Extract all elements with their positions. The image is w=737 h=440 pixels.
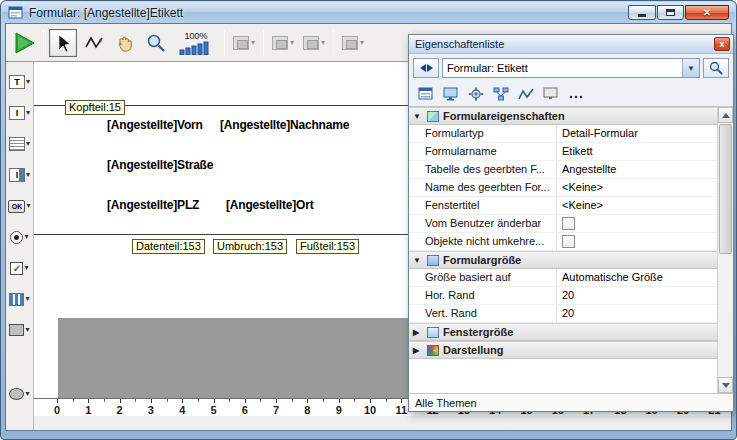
app-window: Formular: [Angestellte]Etikett ✕: [0, 0, 737, 440]
property-section-row[interactable]: ▼Formulargröße: [409, 251, 717, 269]
window-controls: ✕: [628, 5, 729, 20]
property-value[interactable]: Detail-Formular: [557, 125, 717, 142]
ruler-number: 2: [117, 404, 123, 416]
section-tag-header[interactable]: Kopfteil:15: [65, 100, 125, 115]
chevron-down-icon: ▾: [26, 140, 30, 148]
display-view-button[interactable]: [440, 84, 462, 104]
property-value[interactable]: 20: [557, 305, 717, 322]
property-row[interactable]: Fenstertitel<Keine>: [409, 197, 717, 215]
listbox-tool-button[interactable]: ▾: [6, 132, 33, 156]
field-vorname[interactable]: [Angestellte]Vorn: [107, 118, 203, 132]
scrollbar-thumb[interactable]: [719, 124, 732, 254]
property-section-row[interactable]: ▼Formulareigenschaften: [409, 107, 717, 125]
scroll-down-button[interactable]: [718, 377, 733, 393]
property-section-row[interactable]: ▶Darstellung: [409, 341, 717, 359]
zoom-level-control[interactable]: 100%: [173, 28, 219, 58]
search-icon: [708, 60, 724, 76]
ellipsis-icon: [568, 87, 584, 101]
toolbar-separator: [43, 30, 44, 56]
ruler-minor-tick: [104, 399, 105, 402]
property-row[interactable]: Tabelle des geerbten F...Angestellte: [409, 161, 717, 179]
ruler-minor-tick: [260, 399, 261, 402]
property-value[interactable]: [557, 233, 717, 250]
properties-panel-close-button[interactable]: x: [714, 37, 730, 51]
property-value[interactable]: Etikett: [557, 143, 717, 160]
property-name: Größe basiert auf: [409, 269, 557, 286]
columns-tool-button[interactable]: ▾: [6, 287, 33, 311]
field-nachname[interactable]: [Angestellte]Nachname: [220, 118, 349, 132]
chevron-down-icon: ▾: [24, 233, 28, 241]
curve-view-button[interactable]: [515, 84, 537, 104]
chevron-down-icon: ▼: [682, 59, 699, 77]
maximize-button[interactable]: [657, 5, 684, 20]
canvas-left-margin: [34, 62, 58, 398]
screen-view-button[interactable]: [540, 84, 562, 104]
property-value[interactable]: [557, 215, 717, 232]
section-tag-detail[interactable]: Datenteil:153: [132, 239, 205, 254]
arrange-order-dropdown[interactable]: ▾: [269, 34, 297, 52]
prev-next-object-button[interactable]: [413, 58, 439, 78]
property-row[interactable]: Name des geerbten For...<Keine>: [409, 179, 717, 197]
property-value[interactable]: Automatische Größe: [557, 269, 717, 286]
theme-filter-label: Alle Themen: [415, 397, 477, 409]
label-tool-icon: T: [9, 75, 25, 89]
titlebar[interactable]: Formular: [Angestellte]Etikett ✕: [2, 2, 735, 23]
edit-field-tool-button[interactable]: I ▾: [6, 101, 33, 125]
settings-button[interactable]: [465, 84, 487, 104]
minimize-button[interactable]: [628, 5, 656, 20]
form-view-button[interactable]: [415, 84, 437, 104]
expand-triangle-icon[interactable]: ▶: [413, 346, 423, 355]
property-checkbox[interactable]: [562, 217, 575, 230]
zoom-button[interactable]: [142, 29, 170, 57]
align-objects-dropdown[interactable]: ▾: [230, 34, 258, 52]
theme-filter-bar[interactable]: Alle Themen: [409, 393, 733, 411]
scroll-up-button[interactable]: [718, 107, 733, 123]
property-section-row[interactable]: ▶Fenstergröße: [409, 323, 717, 341]
group-objects-dropdown[interactable]: ▾: [300, 34, 328, 52]
field-strasse[interactable]: [Angestellte]Straße: [107, 158, 213, 172]
connections-button[interactable]: [490, 84, 512, 104]
search-properties-button[interactable]: [703, 58, 729, 78]
property-value[interactable]: <Keine>: [557, 197, 717, 214]
pan-button[interactable]: [111, 29, 139, 57]
property-checkbox[interactable]: [562, 235, 575, 248]
property-row[interactable]: Vert. Rand20: [409, 305, 717, 323]
section-tag-break[interactable]: Umbruch:153: [213, 239, 287, 254]
draw-polyline-button[interactable]: [80, 29, 108, 57]
field-ort[interactable]: [Angestellte]Ort: [226, 198, 313, 212]
field-plz[interactable]: [Angestellte]PLZ: [107, 198, 199, 212]
client-area: 100% ▾ ▾ ▾: [5, 23, 732, 431]
checkbox-tool-icon: ✓: [10, 262, 23, 275]
property-value[interactable]: 20: [557, 287, 717, 304]
property-value[interactable]: Angestellte: [557, 161, 717, 178]
radio-button-tool-button[interactable]: ▾: [6, 225, 33, 249]
layout-dropdown[interactable]: ▾: [339, 34, 367, 52]
section-tag-footer[interactable]: Fußteil:153: [296, 239, 359, 254]
collapse-triangle-icon[interactable]: ▼: [413, 256, 423, 265]
property-name: Vom Benutzer änderbar: [409, 215, 557, 232]
property-row[interactable]: Hor. Rand20: [409, 287, 717, 305]
form-selector-dropdown[interactable]: Formular: Etikett ▼: [442, 58, 700, 78]
section-label: Formulareigenschaften: [443, 110, 565, 122]
property-row[interactable]: Objekte nicht umkehre...: [409, 233, 717, 251]
rectangle-tool-button[interactable]: ▾: [6, 318, 33, 342]
checkbox-tool-button[interactable]: ✓ ▾: [6, 256, 33, 280]
label-tool-button[interactable]: T ▾: [6, 70, 33, 94]
property-row[interactable]: FormularnameEtikett: [409, 143, 717, 161]
close-button[interactable]: ✕: [685, 5, 729, 20]
more-options-button[interactable]: [565, 84, 587, 104]
property-row[interactable]: Vom Benutzer änderbar: [409, 215, 717, 233]
collapse-triangle-icon[interactable]: ▼: [413, 112, 423, 121]
property-row[interactable]: Größe basiert aufAutomatische Größe: [409, 269, 717, 287]
property-row[interactable]: FormulartypDetail-Formular: [409, 125, 717, 143]
property-value[interactable]: <Keine>: [557, 179, 717, 196]
button-tool-button[interactable]: OK ▾: [6, 194, 33, 218]
ruler-minor-tick: [198, 399, 199, 402]
properties-panel-titlebar[interactable]: Eigenschaftenliste x: [409, 35, 733, 54]
select-pointer-button[interactable]: [49, 29, 77, 57]
expand-triangle-icon[interactable]: ▶: [413, 328, 423, 337]
properties-scrollbar[interactable]: [717, 107, 733, 393]
run-form-button[interactable]: [10, 29, 38, 57]
combobox-tool-button[interactable]: I ▾: [6, 163, 33, 187]
ellipse-tool-button[interactable]: ▾: [6, 382, 33, 406]
